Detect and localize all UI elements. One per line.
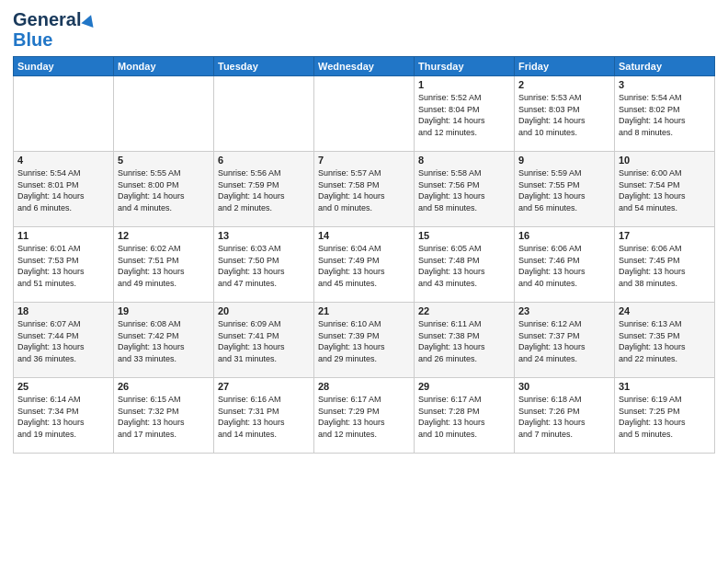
day-number: 4 [17, 155, 109, 166]
day-number: 28 [318, 381, 410, 392]
day-info: Sunrise: 5:55 AM Sunset: 8:00 PM Dayligh… [118, 167, 210, 213]
calendar-cell: 31Sunrise: 6:19 AM Sunset: 7:25 PM Dayli… [615, 378, 715, 454]
day-info: Sunrise: 5:56 AM Sunset: 7:59 PM Dayligh… [218, 167, 310, 213]
calendar-cell: 28Sunrise: 6:17 AM Sunset: 7:29 PM Dayli… [314, 378, 415, 454]
day-info: Sunrise: 6:15 AM Sunset: 7:32 PM Dayligh… [118, 394, 210, 440]
calendar-cell: 26Sunrise: 6:15 AM Sunset: 7:32 PM Dayli… [114, 378, 214, 454]
logo-blue: Blue [13, 30, 52, 49]
column-header-sunday: Sunday [14, 57, 114, 76]
logo: General Blue [13, 9, 96, 49]
day-info: Sunrise: 6:17 AM Sunset: 7:28 PM Dayligh… [418, 394, 510, 440]
day-number: 1 [418, 79, 510, 90]
calendar-cell: 17Sunrise: 6:06 AM Sunset: 7:45 PM Dayli… [615, 227, 715, 303]
calendar-week-row: 25Sunrise: 6:14 AM Sunset: 7:34 PM Dayli… [14, 378, 715, 454]
day-info: Sunrise: 6:06 AM Sunset: 7:46 PM Dayligh… [518, 243, 610, 289]
day-number: 3 [619, 79, 711, 90]
day-info: Sunrise: 6:00 AM Sunset: 7:54 PM Dayligh… [619, 167, 711, 213]
day-info: Sunrise: 6:14 AM Sunset: 7:34 PM Dayligh… [17, 394, 109, 440]
day-number: 24 [619, 305, 711, 316]
day-number: 19 [118, 305, 210, 316]
calendar-week-row: 4Sunrise: 5:54 AM Sunset: 8:01 PM Daylig… [14, 152, 715, 227]
day-info: Sunrise: 6:07 AM Sunset: 7:44 PM Dayligh… [17, 318, 109, 364]
day-number: 6 [218, 155, 310, 166]
day-number: 23 [518, 305, 610, 316]
calendar-cell: 11Sunrise: 6:01 AM Sunset: 7:53 PM Dayli… [14, 227, 114, 303]
day-info: Sunrise: 6:08 AM Sunset: 7:42 PM Dayligh… [118, 318, 210, 364]
day-number: 15 [418, 230, 510, 241]
day-number: 12 [118, 230, 210, 241]
day-number: 27 [218, 381, 310, 392]
day-info: Sunrise: 5:54 AM Sunset: 8:01 PM Dayligh… [17, 167, 109, 213]
calendar-cell: 19Sunrise: 6:08 AM Sunset: 7:42 PM Dayli… [114, 303, 214, 378]
calendar-cell: 7Sunrise: 5:57 AM Sunset: 7:58 PM Daylig… [314, 152, 415, 227]
day-number: 25 [17, 381, 109, 392]
day-number: 11 [17, 230, 109, 241]
day-info: Sunrise: 6:11 AM Sunset: 7:38 PM Dayligh… [418, 318, 510, 364]
calendar-cell: 23Sunrise: 6:12 AM Sunset: 7:37 PM Dayli… [515, 303, 615, 378]
day-info: Sunrise: 5:57 AM Sunset: 7:58 PM Dayligh… [318, 167, 410, 213]
day-info: Sunrise: 6:17 AM Sunset: 7:29 PM Dayligh… [318, 394, 410, 440]
calendar-cell: 6Sunrise: 5:56 AM Sunset: 7:59 PM Daylig… [214, 152, 314, 227]
day-number: 26 [118, 381, 210, 392]
day-info: Sunrise: 6:13 AM Sunset: 7:35 PM Dayligh… [619, 318, 711, 364]
calendar-cell: 27Sunrise: 6:16 AM Sunset: 7:31 PM Dayli… [214, 378, 314, 454]
day-number: 13 [218, 230, 310, 241]
calendar-cell: 3Sunrise: 5:54 AM Sunset: 8:02 PM Daylig… [615, 76, 715, 152]
day-info: Sunrise: 6:06 AM Sunset: 7:45 PM Dayligh… [619, 243, 711, 289]
day-number: 10 [619, 155, 711, 166]
calendar-cell: 14Sunrise: 6:04 AM Sunset: 7:49 PM Dayli… [314, 227, 415, 303]
calendar-cell: 18Sunrise: 6:07 AM Sunset: 7:44 PM Dayli… [14, 303, 114, 378]
day-info: Sunrise: 6:12 AM Sunset: 7:37 PM Dayligh… [518, 318, 610, 364]
calendar-cell: 10Sunrise: 6:00 AM Sunset: 7:54 PM Dayli… [615, 152, 715, 227]
calendar-cell: 15Sunrise: 6:05 AM Sunset: 7:48 PM Dayli… [415, 227, 515, 303]
calendar-cell: 1Sunrise: 5:52 AM Sunset: 8:04 PM Daylig… [415, 76, 515, 152]
calendar-body: 1Sunrise: 5:52 AM Sunset: 8:04 PM Daylig… [14, 76, 715, 454]
calendar-cell [14, 76, 114, 152]
calendar-week-row: 18Sunrise: 6:07 AM Sunset: 7:44 PM Dayli… [14, 303, 715, 378]
day-number: 29 [418, 381, 510, 392]
column-header-friday: Friday [515, 57, 615, 76]
day-number: 5 [118, 155, 210, 166]
column-header-monday: Monday [114, 57, 214, 76]
calendar-cell: 22Sunrise: 6:11 AM Sunset: 7:38 PM Dayli… [415, 303, 515, 378]
calendar-cell [214, 76, 314, 152]
logo-general: General [13, 9, 81, 30]
calendar-cell: 9Sunrise: 5:59 AM Sunset: 7:55 PM Daylig… [515, 152, 615, 227]
calendar-cell: 25Sunrise: 6:14 AM Sunset: 7:34 PM Dayli… [14, 378, 114, 454]
column-header-tuesday: Tuesday [214, 57, 314, 76]
day-info: Sunrise: 6:02 AM Sunset: 7:51 PM Dayligh… [118, 243, 210, 289]
calendar-cell: 16Sunrise: 6:06 AM Sunset: 7:46 PM Dayli… [515, 227, 615, 303]
day-info: Sunrise: 6:09 AM Sunset: 7:41 PM Dayligh… [218, 318, 310, 364]
day-number: 22 [418, 305, 510, 316]
day-info: Sunrise: 5:54 AM Sunset: 8:02 PM Dayligh… [619, 92, 711, 138]
day-number: 18 [17, 305, 109, 316]
calendar-cell [314, 76, 415, 152]
column-header-wednesday: Wednesday [314, 57, 415, 76]
calendar-cell: 13Sunrise: 6:03 AM Sunset: 7:50 PM Dayli… [214, 227, 314, 303]
day-info: Sunrise: 6:19 AM Sunset: 7:25 PM Dayligh… [619, 394, 711, 440]
day-info: Sunrise: 5:58 AM Sunset: 7:56 PM Dayligh… [418, 167, 510, 213]
calendar-cell: 5Sunrise: 5:55 AM Sunset: 8:00 PM Daylig… [114, 152, 214, 227]
day-info: Sunrise: 5:53 AM Sunset: 8:03 PM Dayligh… [518, 92, 610, 138]
day-number: 17 [619, 230, 711, 241]
day-number: 7 [318, 155, 410, 166]
column-header-thursday: Thursday [415, 57, 515, 76]
calendar-cell: 21Sunrise: 6:10 AM Sunset: 7:39 PM Dayli… [314, 303, 415, 378]
day-info: Sunrise: 5:52 AM Sunset: 8:04 PM Dayligh… [418, 92, 510, 138]
day-number: 20 [218, 305, 310, 316]
column-header-saturday: Saturday [615, 57, 715, 76]
calendar-cell [114, 76, 214, 152]
day-number: 21 [318, 305, 410, 316]
calendar-cell: 20Sunrise: 6:09 AM Sunset: 7:41 PM Dayli… [214, 303, 314, 378]
day-info: Sunrise: 6:01 AM Sunset: 7:53 PM Dayligh… [17, 243, 109, 289]
day-number: 31 [619, 381, 711, 392]
day-number: 16 [518, 230, 610, 241]
header: General Blue [13, 9, 715, 49]
day-info: Sunrise: 6:04 AM Sunset: 7:49 PM Dayligh… [318, 243, 410, 289]
calendar-week-row: 11Sunrise: 6:01 AM Sunset: 7:53 PM Dayli… [14, 227, 715, 303]
calendar-cell: 30Sunrise: 6:18 AM Sunset: 7:26 PM Dayli… [515, 378, 615, 454]
calendar-cell: 2Sunrise: 5:53 AM Sunset: 8:03 PM Daylig… [515, 76, 615, 152]
day-number: 8 [418, 155, 510, 166]
calendar-cell: 8Sunrise: 5:58 AM Sunset: 7:56 PM Daylig… [415, 152, 515, 227]
day-info: Sunrise: 6:10 AM Sunset: 7:39 PM Dayligh… [318, 318, 410, 364]
